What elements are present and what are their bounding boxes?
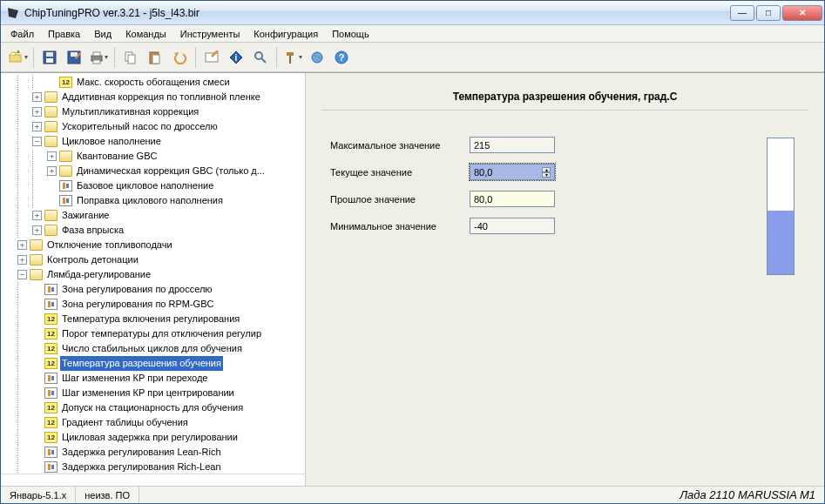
expand-toggle[interactable]: + [32,92,42,102]
close-button[interactable]: ✕ [782,5,822,21]
menu-edit[interactable]: Правка [42,27,86,41]
chart-icon [44,299,57,310]
tree-label: Число стабильных циклов для обучения [60,341,244,356]
titlebar[interactable]: ChipTuningPRO ver.3.21 - j5ls_l43.bir — … [1,1,824,25]
expand-toggle[interactable]: + [32,122,42,131]
net-button[interactable] [306,46,328,69]
tree-node[interactable]: +Фаза впрыска [3,223,305,238]
tree-node[interactable]: 12Число стабильных циклов для обучения [3,341,305,356]
tree-node[interactable]: +Динамическая коррекция GBC (только д... [3,164,305,178]
menu-config[interactable]: Конфигурация [247,27,324,41]
magnifier-icon [254,50,267,64]
open-button[interactable] [6,46,29,69]
search-button[interactable] [249,46,272,69]
tree-node[interactable]: 12Температура разрешения обучения [3,356,305,371]
svg-rect-20 [289,56,291,64]
expand-toggle[interactable]: + [32,225,42,235]
menu-file[interactable]: Файл [4,27,40,41]
tree-hscroll[interactable] [1,474,305,486]
tree-view[interactable]: 12Макс. скорость обогащения смеси+Аддити… [1,73,305,474]
print-button[interactable] [87,46,110,69]
tree-node[interactable]: 12Макс. скорость обогащения смеси [3,75,305,90]
value-current[interactable]: 80,0 ▴▾ [470,164,555,180]
copy-button[interactable] [119,46,142,69]
tree-node[interactable]: Базовое цикловое наполнение [3,178,305,193]
tree-node[interactable]: 12Порог температуры для отключения регул… [3,326,305,341]
menu-commands[interactable]: Команды [119,27,172,41]
tree-node[interactable]: +Контроль детонации [3,252,305,267]
tree-node[interactable]: 12Допуск на стационарность для обучения [3,400,305,415]
help-button[interactable]: ? [330,46,353,69]
svg-rect-19 [287,52,294,56]
content-area: 12Макс. скорость обогащения смеси+Аддити… [1,72,824,486]
tree-node[interactable]: +Квантование GBC [3,149,305,164]
tree-label: Цикловая задержка при регулировании [60,430,240,445]
scalar-icon: 12 [59,77,72,88]
undo-icon [172,50,186,64]
tree-node[interactable]: Зона регулирования по RPM-GBC [3,297,305,312]
tree-node[interactable]: +Аддитивная коррекция по топливной пленк… [3,90,305,104]
tree-node[interactable]: +Мультипликативная коррекция [3,104,305,119]
tree-label: Отключение топливоподачи [45,238,174,252]
folder-icon [30,269,43,280]
divider [321,110,808,111]
tree-label: Зона регулирования по дросселю [60,282,214,297]
tree-node[interactable]: 12Цикловая задержка при регулировании [3,430,305,445]
expand-toggle[interactable]: + [17,255,27,265]
label-max: Максимальное значение [321,140,470,151]
tree-node[interactable]: −Цикловое наполнение [3,134,305,149]
folder-icon [44,106,57,118]
maximize-button[interactable]: □ [756,5,781,21]
expand-toggle[interactable]: + [32,107,42,117]
app-icon [6,6,20,20]
chart-icon [44,373,57,384]
spinner-down[interactable]: ▾ [542,172,551,178]
menu-help[interactable]: Помощь [326,27,375,41]
folder-icon [59,165,72,177]
expand-toggle[interactable]: + [47,166,57,176]
undo-button[interactable] [168,46,191,69]
paste-button[interactable] [144,46,166,69]
floppy-icon [43,50,57,64]
folder-icon [44,210,57,221]
tree-node[interactable]: +Отключение топливоподачи [3,238,305,252]
minimize-button[interactable]: — [730,5,754,21]
tree-label: Контроль детонации [45,252,140,267]
expand-toggle[interactable]: − [32,137,42,146]
save-as-button[interactable] [63,46,85,69]
scalar-icon: 12 [44,402,57,413]
tree-node[interactable]: 12Температура включения регулирования [3,312,305,326]
tree-node[interactable]: Шаг изменения КР при центрировании [3,386,305,400]
svg-marker-0 [8,8,18,18]
tools-button[interactable] [281,46,304,69]
tree-label: Лямбда-регулирование [45,267,152,282]
info-button[interactable]: i [225,46,247,69]
expand-toggle[interactable]: + [32,211,42,220]
expand-toggle[interactable]: + [47,151,57,161]
folder-icon [59,151,72,162]
chart-icon [44,387,57,399]
tree-label: Мультипликативная коррекция [60,104,200,119]
tree-node[interactable]: Шаг изменения КР при переходе [3,371,305,386]
spinner[interactable]: ▴▾ [542,167,551,178]
tree-node[interactable]: 12Градиент таблицы обучения [3,415,305,430]
folder-icon [30,239,43,251]
tree-node[interactable]: Зона регулирования по дросселю [3,282,305,297]
help-icon: ? [335,50,348,64]
menu-tools[interactable]: Инструменты [174,27,247,41]
tree-node[interactable]: −Лямбда-регулирование [3,267,305,282]
edit-cell-button[interactable] [200,46,223,69]
tree-label: Поправка циклового наполнения [75,193,225,208]
tree-node[interactable]: Задержка регулирования Lean-Rich [3,445,305,460]
expand-toggle[interactable]: − [17,270,27,279]
save-button[interactable] [38,46,61,69]
tree-node[interactable]: +Ускорительный насос по дросселю [3,119,305,134]
tree-node[interactable]: Задержка регулирования Rich-Lean [3,460,305,474]
scalar-icon: 12 [44,417,57,428]
floppy-pen-icon [67,50,81,64]
svg-rect-11 [128,55,135,64]
menu-view[interactable]: Вид [88,27,118,41]
tree-node[interactable]: +Зажигание [3,208,305,223]
expand-toggle[interactable]: + [17,240,27,250]
tree-node[interactable]: Поправка циклового наполнения [3,193,305,208]
